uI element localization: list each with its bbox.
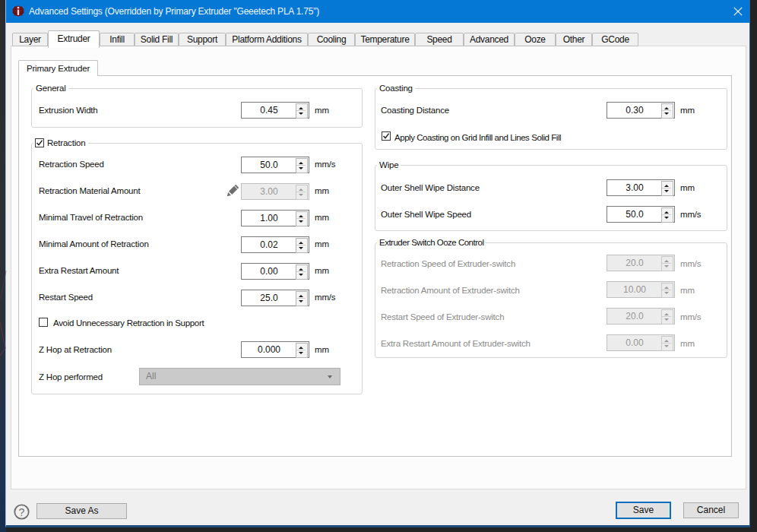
svg-text:?: ? [19,506,25,518]
